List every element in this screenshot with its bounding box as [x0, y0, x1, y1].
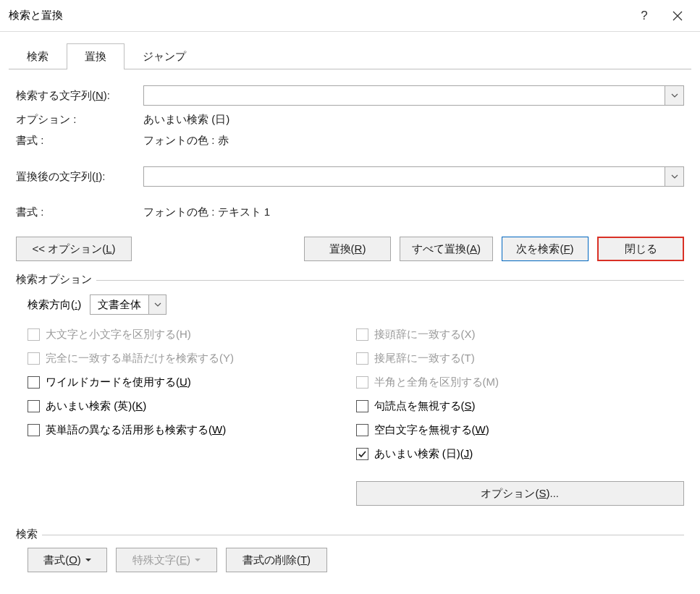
format-find-value: フォントの色 : 赤: [143, 134, 684, 148]
direction-value: 文書全体: [90, 298, 148, 312]
checkbox-word-forms[interactable]: 英単語の異なる活用形も検索する(W): [28, 423, 356, 437]
find-what-dropdown[interactable]: [665, 86, 683, 105]
search-format-legend: 検索: [16, 527, 42, 541]
checkmark-icon: [358, 449, 367, 459]
caret-down-icon: [85, 559, 91, 562]
help-button[interactable]: ?: [628, 4, 661, 27]
find-what-combo[interactable]: [143, 85, 684, 106]
dialog-title: 検索と置換: [9, 9, 628, 22]
checkbox-fuzzy-english[interactable]: あいまい検索 (英)(K): [28, 399, 356, 413]
find-what-label: 検索する文字列(N):: [16, 89, 143, 103]
format-replace-value: フォントの色 : テキスト 1: [143, 205, 684, 219]
tab-panel-replace: 検索する文字列(N): オプション : あいまい検索 (日) 書式 : フォント…: [9, 69, 691, 582]
find-what-input[interactable]: [144, 86, 665, 105]
format-find-row: 書式 : フォントの色 : 赤: [16, 134, 684, 148]
checkbox-match-case: 大文字と小文字を区別する(H): [28, 328, 356, 341]
special-characters-button: 特殊文字(E): [116, 548, 217, 572]
checkbox-fuzzy-japanese[interactable]: あいまい検索 (日)(J): [356, 447, 685, 461]
options-value: あいまい検索 (日): [143, 113, 684, 127]
options-toggle-button[interactable]: << オプション(L): [16, 237, 132, 261]
format-replace-row: 書式 : フォントの色 : テキスト 1: [16, 205, 684, 219]
options-right-column: 接頭辞に一致する(X) 接尾辞に一致する(T) 半角と全角を区別する(M) 句読…: [356, 328, 685, 506]
title-bar: 検索と置換 ?: [0, 0, 700, 32]
direction-row: 検索方向(:) 文書全体: [28, 294, 684, 315]
options-label: オプション :: [16, 113, 143, 127]
main-button-row: << オプション(L) 置換(R) すべて置換(A) 次を検索(F) 閉じる: [16, 237, 684, 261]
chevron-down-icon: [154, 302, 161, 307]
replace-button[interactable]: 置換(R): [304, 237, 391, 261]
format-find-label: 書式 :: [16, 134, 143, 148]
options-left-column: 大文字と小文字を区別する(H) 完全に一致する単語だけを検索する(Y) ワイルド…: [28, 328, 356, 506]
format-replace-label: 書式 :: [16, 205, 143, 219]
tab-replace[interactable]: 置換: [67, 43, 125, 69]
close-icon: [672, 11, 683, 21]
search-options-group: 検索オプション 検索方向(:) 文書全体 大文字と小文字を区別する(H): [16, 280, 684, 513]
close-button[interactable]: 閉じる: [597, 237, 684, 261]
caret-down-icon: [195, 559, 201, 562]
tab-row: 検索 置換 ジャンプ: [9, 43, 700, 69]
find-next-button[interactable]: 次を検索(F): [502, 237, 589, 261]
search-options-legend: 検索オプション: [16, 273, 96, 287]
direction-dropdown[interactable]: [148, 295, 166, 314]
tab-goto[interactable]: ジャンプ: [125, 43, 204, 69]
replace-with-label: 置換後の文字列(I):: [16, 170, 143, 184]
fuzzy-options-button[interactable]: オプション(S)...: [356, 481, 685, 506]
replace-with-combo[interactable]: [143, 166, 684, 187]
format-button[interactable]: 書式(O): [28, 548, 107, 572]
direction-label: 検索方向(:): [28, 298, 81, 312]
checkbox-half-full-width: 半角と全角を区別する(M): [356, 376, 685, 389]
chevron-down-icon: [671, 93, 678, 98]
checkbox-suffix: 接尾辞に一致する(T): [356, 352, 685, 365]
direction-select[interactable]: 文書全体: [90, 294, 166, 315]
checkbox-wildcard[interactable]: ワイルドカードを使用する(U): [28, 376, 356, 389]
replace-with-row: 置換後の文字列(I):: [16, 166, 684, 187]
replace-all-button[interactable]: すべて置換(A): [400, 237, 493, 261]
replace-with-dropdown[interactable]: [665, 167, 683, 186]
clear-formatting-button[interactable]: 書式の削除(T): [226, 548, 327, 572]
checkbox-prefix: 接頭辞に一致する(X): [356, 328, 685, 341]
checkbox-whole-word: 完全に一致する単語だけを検索する(Y): [28, 352, 356, 365]
close-window-button[interactable]: [661, 4, 694, 27]
search-format-group: 検索 書式(O) 特殊文字(E) 書式の削除(T): [16, 535, 684, 572]
find-what-row: 検索する文字列(N):: [16, 85, 684, 106]
chevron-down-icon: [671, 174, 678, 179]
checkbox-ignore-whitespace[interactable]: 空白文字を無視する(W): [356, 423, 685, 437]
options-row: オプション : あいまい検索 (日): [16, 113, 684, 127]
tab-find[interactable]: 検索: [9, 43, 67, 69]
replace-with-input[interactable]: [144, 167, 665, 186]
checkbox-ignore-punctuation[interactable]: 句読点を無視する(S): [356, 399, 685, 413]
